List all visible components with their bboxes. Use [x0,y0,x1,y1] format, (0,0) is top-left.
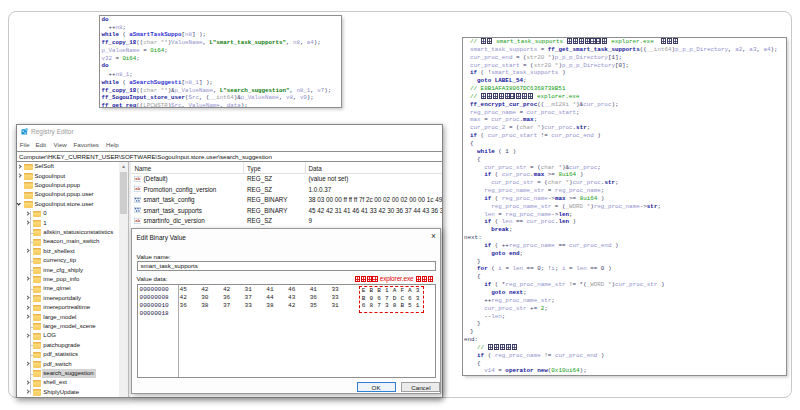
svg-text:ab: ab [135,186,140,191]
svg-text:ab: ab [135,218,140,223]
svg-text:ab: ab [135,176,140,181]
